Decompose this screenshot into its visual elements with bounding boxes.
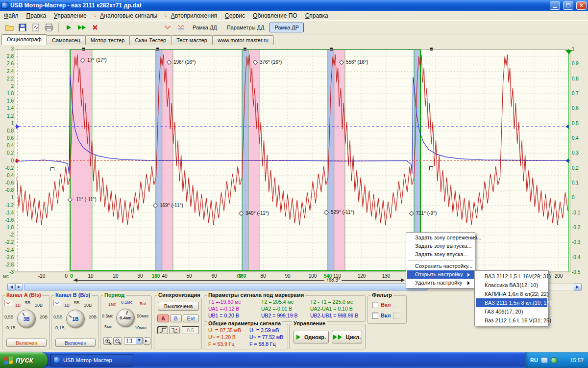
sync-source-a-button[interactable]: A: [157, 315, 169, 322]
oscilloscope-plot[interactable]: 17° (17°)196° (16°)376° (16°)556° (16°)-…: [15, 49, 570, 273]
menu-item-control[interactable]: Управление: [50, 11, 91, 20]
menu-item-file[interactable]: Файл: [0, 11, 23, 20]
general-value-b: F = 58.8 Гц: [249, 341, 275, 347]
preset-option-2[interactable]: КАЛИНА 1,6л 8 кл(22; 22): [476, 289, 547, 298]
menu-item-edit[interactable]: Правка: [23, 11, 50, 20]
zoom-step-button[interactable]: [144, 337, 150, 345]
menu-item-service[interactable]: Сервис: [221, 11, 249, 20]
sync-slope-fall-button[interactable]: [169, 326, 180, 334]
export-button[interactable]: [29, 22, 42, 33]
close-button[interactable]: ×: [576, 1, 587, 10]
context-item-delete-preset[interactable]: Удалить настройку: [407, 279, 474, 287]
context-item-set-intake-zone[interactable]: Задать зону впуска...: [407, 250, 474, 259]
degree-annotation: 711° (-9°): [416, 210, 437, 216]
tab-website[interactable]: www.motor-master.ru: [212, 35, 274, 45]
channel-a-title: Канал A (В/э): [5, 292, 43, 298]
red-wave-icon: [164, 25, 172, 30]
tab-test-master[interactable]: Тест-мастер: [171, 35, 213, 45]
ramka-dd-button[interactable]: Рамка ДД: [188, 23, 221, 32]
hscroll-right-button[interactable]: [574, 284, 582, 290]
taskbar-item-motor-master[interactable]: USB Мотор-Мастер: [50, 354, 133, 367]
sync-mode-button[interactable]: Выключена: [158, 302, 199, 311]
filter-b-checkbox[interactable]: [372, 313, 378, 319]
context-item-set-advance-zone[interactable]: Задать зону опережения...: [407, 234, 474, 242]
zoom-out-button[interactable]: [113, 337, 122, 345]
marker-handle[interactable]: [51, 168, 54, 171]
clock[interactable]: 15:57: [570, 357, 584, 363]
preset-option-1[interactable]: Классика ВАЗ(12; 10): [476, 281, 547, 289]
preset-option-0[interactable]: ВАЗ 2112 1,5 L 16V(29; 31): [476, 272, 547, 281]
channel-b-scale-knob[interactable]: 1В: [66, 310, 85, 328]
run-cycle-button[interactable]: [75, 22, 88, 33]
menu-item-software-update[interactable]: Обновление ПО: [249, 11, 301, 20]
channel-b-power-button[interactable]: Включен: [55, 339, 96, 347]
filter-a-options-button[interactable]: [393, 302, 402, 308]
ramka-dr-button[interactable]: Рамка ДР: [270, 23, 304, 32]
filter-b-options-button[interactable]: [393, 313, 402, 319]
maximize-button[interactable]: [563, 1, 573, 10]
hscroll-thumb[interactable]: [24, 284, 428, 290]
sync-slope-rise-button[interactable]: [157, 326, 168, 334]
context-item-set-exhaust-zone[interactable]: Задать зону выпуска...: [407, 242, 474, 250]
run-once-button[interactable]: [62, 22, 74, 33]
tab-scan-tester[interactable]: Скан-Тестер: [129, 35, 172, 45]
sync-title: Синхронизация: [157, 292, 202, 298]
y-axis-right-label: 0.2: [572, 165, 587, 171]
y-axis-left-label: 2.6: [1, 61, 14, 66]
submenu-arrow-icon: [467, 273, 472, 277]
chevron-down-icon[interactable]: [136, 338, 142, 344]
menu-item-analog-signals[interactable]: Аналоговые сигналы: [96, 11, 161, 20]
channel-a-power-button[interactable]: Включен: [6, 339, 47, 347]
x-axis-label: -10: [33, 273, 50, 279]
dd-wave-button[interactable]: [162, 22, 174, 33]
app-icon: [1, 2, 8, 9]
channel-b-input-icon[interactable]: [53, 300, 61, 306]
menu-item-auto-apps[interactable]: Автоприложения: [167, 11, 221, 20]
y-axis-right-label: -0.1: [572, 210, 587, 215]
language-indicator[interactable]: RU: [530, 357, 538, 363]
save-icon: [19, 24, 26, 31]
red-blue-wave-icon: [177, 25, 185, 30]
sync-source-b-button[interactable]: B: [170, 315, 182, 322]
arrow-left-icon: [72, 278, 77, 282]
x-axis-label: 120: [353, 273, 370, 279]
security-icon[interactable]: [551, 357, 557, 364]
dr-wave-button[interactable]: [175, 22, 187, 33]
minimize-button[interactable]: [550, 1, 560, 10]
stop-button[interactable]: [89, 22, 101, 33]
y-axis-left-label: 2.8: [1, 53, 14, 59]
y-axis-right-label: -0.5: [572, 269, 587, 275]
period-knob[interactable]: 0.4мс: [116, 309, 135, 327]
run-cycle-big-button[interactable]: Цикл.: [332, 331, 362, 343]
folder-open-icon: [5, 24, 14, 31]
run-once-big-button[interactable]: Однокр.: [294, 331, 329, 343]
preset-option-3[interactable]: ВАЗ 2111 1,5л 8 кл.(10; 17): [476, 298, 547, 307]
preset-option-4[interactable]: ГАЗ 406(17; 20): [476, 307, 547, 316]
start-button[interactable]: пуск: [0, 352, 48, 368]
params-dd-button[interactable]: Параметры ДД: [222, 23, 269, 32]
tab-recorder[interactable]: Самописец: [47, 35, 86, 45]
zoom-scale-select[interactable]: 1:1: [124, 337, 143, 344]
sync-source-ext-button[interactable]: Ext: [183, 315, 199, 322]
zoom-in-button[interactable]: [103, 337, 112, 345]
tab-oscilloscope[interactable]: Осциллограф: [1, 34, 47, 45]
open-file-button[interactable]: [3, 22, 15, 33]
hscroll-left-button[interactable]: [7, 284, 15, 290]
y-axis-left-label: -0.6: [1, 180, 14, 185]
preset-option-5[interactable]: Ваз 2112 1,6 L 16 V(31; 25): [476, 316, 547, 325]
filter-a-checkbox[interactable]: [372, 302, 378, 308]
menu-item-help[interactable]: Справка: [301, 11, 332, 20]
context-item-open-preset[interactable]: Открыть настройку: [407, 270, 474, 279]
marker-value: UB2-UB1 = 998.99 В: [310, 313, 358, 318]
print-button[interactable]: [43, 22, 55, 33]
hscroll-step-right-button[interactable]: [15, 284, 23, 290]
sync-level-field[interactable]: 0.5: [182, 326, 199, 334]
channel-a-input-icon[interactable]: [4, 300, 12, 306]
marker-handle[interactable]: [430, 167, 433, 170]
tab-motor-tester[interactable]: Мотор-тестер: [85, 35, 130, 45]
usb-device-icon[interactable]: [541, 357, 548, 363]
y-axis-left-label: 1.6: [1, 98, 14, 104]
channel-a-scale-knob[interactable]: 3В: [17, 310, 36, 328]
save-button[interactable]: [16, 22, 28, 33]
context-item-save-preset[interactable]: Сохранить настройку...: [407, 262, 474, 270]
